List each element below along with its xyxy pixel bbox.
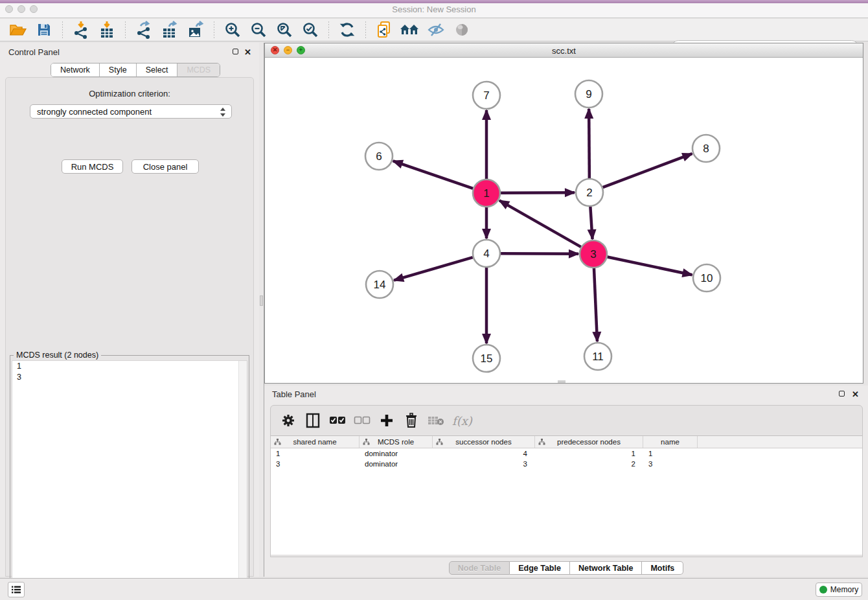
criterion-select[interactable]: strongly connected component xyxy=(30,104,232,119)
import-table-icon[interactable] xyxy=(97,20,117,40)
close-panel-icon[interactable]: ✕ xyxy=(244,48,251,56)
edge-3-11[interactable] xyxy=(594,268,597,341)
table-cell[interactable]: dominator xyxy=(360,448,433,459)
deselect-all-icon[interactable] xyxy=(352,411,372,430)
save-session-icon[interactable] xyxy=(34,20,54,40)
optimization-criterion-label: Optimization criterion: xyxy=(6,89,253,98)
delete-row-icon[interactable] xyxy=(402,411,421,430)
result-scrollbar[interactable] xyxy=(238,361,247,598)
table-cell[interactable]: 4 xyxy=(433,448,535,459)
node-7[interactable]: 7 xyxy=(473,82,500,109)
node-9[interactable]: 9 xyxy=(575,80,602,108)
network-window-titlebar[interactable]: ✕ − + scc.txt xyxy=(265,43,863,58)
edge-1-6[interactable] xyxy=(393,161,473,188)
toolbar-separator xyxy=(125,21,126,38)
new-network-from-selection-icon[interactable] xyxy=(374,20,394,40)
edge-2-3[interactable] xyxy=(590,207,592,239)
task-history-button[interactable] xyxy=(8,582,25,597)
tab-select[interactable]: Select xyxy=(137,63,178,76)
main-toolbar xyxy=(0,19,868,41)
memory-status-icon xyxy=(819,586,827,594)
toolbar-separator xyxy=(214,21,214,38)
hide-selected-icon[interactable] xyxy=(426,20,446,40)
table-cell[interactable]: 1 xyxy=(643,448,698,459)
node-8[interactable]: 8 xyxy=(692,135,720,162)
show-graphics-details-icon[interactable] xyxy=(451,20,472,40)
zoom-out-icon[interactable] xyxy=(248,20,269,40)
table-cell[interactable]: 3 xyxy=(433,459,535,469)
float-table-panel-icon[interactable] xyxy=(839,391,845,397)
table-row[interactable]: 1dominator411 xyxy=(271,448,862,459)
edge-2-8[interactable] xyxy=(603,154,692,187)
zoom-fit-icon[interactable] xyxy=(274,20,295,40)
table-panel: Table Panel ✕ xyxy=(264,386,868,577)
memory-button[interactable]: Memory xyxy=(816,583,862,597)
canvas-resize-handle[interactable] xyxy=(558,380,565,383)
network-graph[interactable]: 1234678910111415 xyxy=(265,58,863,383)
add-row-icon[interactable] xyxy=(377,411,396,430)
column-header-MCDS-role[interactable]: MCDS role xyxy=(360,436,433,448)
node-1[interactable]: 1 xyxy=(473,179,500,207)
table-cell[interactable]: 2 xyxy=(535,459,643,469)
node-4[interactable]: 4 xyxy=(473,240,500,267)
control-panel-header: Control Panel ✕ xyxy=(0,43,259,62)
tab-motifs[interactable]: Motifs xyxy=(642,561,683,575)
export-image-icon[interactable] xyxy=(185,20,206,40)
network-canvas[interactable]: 1234678910111415 xyxy=(265,58,863,383)
vertical-splitter[interactable] xyxy=(259,43,264,577)
mcds-result-legend: MCDS result (2 nodes) xyxy=(14,351,101,360)
float-panel-icon[interactable] xyxy=(233,49,238,54)
import-network-icon[interactable] xyxy=(71,20,91,40)
node-10[interactable]: 10 xyxy=(693,264,720,292)
table-cell[interactable]: dominator xyxy=(360,459,433,469)
run-mcds-button[interactable]: Run MCDS xyxy=(62,159,123,174)
mcds-result-textarea[interactable]: 13 xyxy=(12,360,247,599)
zoom-selected-icon[interactable] xyxy=(300,20,321,40)
edge-1-2[interactable] xyxy=(501,192,575,193)
task-list-icon xyxy=(11,585,21,594)
edge-4-14[interactable] xyxy=(394,257,473,280)
table-cell[interactable]: 3 xyxy=(271,459,360,469)
node-label: 14 xyxy=(374,279,386,291)
tab-network-table[interactable]: Network Table xyxy=(570,561,643,575)
edge-4-3[interactable] xyxy=(501,253,578,254)
close-panel-button[interactable]: Close panel xyxy=(131,159,199,174)
delete-table-icon[interactable] xyxy=(426,411,446,430)
table-row[interactable]: 3dominator323 xyxy=(271,459,862,469)
table-cell[interactable]: 1 xyxy=(535,448,643,459)
node-2[interactable]: 2 xyxy=(576,179,603,206)
column-browser-icon[interactable] xyxy=(303,411,323,430)
column-header-predecessor-nodes[interactable]: predecessor nodes xyxy=(535,436,643,448)
edge-3-1[interactable] xyxy=(499,200,581,247)
tab-style[interactable]: Style xyxy=(100,63,137,76)
table-settings-icon[interactable] xyxy=(279,411,298,430)
node-11[interactable]: 11 xyxy=(584,343,611,370)
cybrowser-home-icon[interactable] xyxy=(400,20,420,40)
close-table-panel-icon[interactable]: ✕ xyxy=(852,390,859,398)
zoom-in-icon[interactable] xyxy=(222,20,243,40)
table-cell[interactable]: 1 xyxy=(271,448,360,459)
export-network-icon[interactable] xyxy=(133,20,154,40)
column-header-successor-nodes[interactable]: successor nodes xyxy=(433,436,535,448)
node-6[interactable]: 6 xyxy=(365,143,393,170)
tab-mcds[interactable]: MCDS xyxy=(177,63,220,76)
node-14[interactable]: 14 xyxy=(366,271,393,298)
splitter-handle[interactable] xyxy=(260,295,263,306)
tab-node-table[interactable]: Node Table xyxy=(449,561,510,575)
edge-2-9[interactable] xyxy=(589,109,589,178)
column-header-name[interactable]: name xyxy=(643,436,698,448)
apply-layout-icon[interactable] xyxy=(337,20,358,40)
tab-edge-table[interactable]: Edge Table xyxy=(510,561,570,575)
column-header-shared-name[interactable]: shared name xyxy=(271,436,360,448)
table-cell[interactable]: 3 xyxy=(643,459,698,469)
node-label: 15 xyxy=(481,352,493,365)
open-file-icon[interactable] xyxy=(8,20,29,40)
table-panel-title: Table Panel xyxy=(272,389,316,399)
edge-3-10[interactable] xyxy=(608,257,692,275)
select-all-icon[interactable] xyxy=(328,411,347,430)
node-15[interactable]: 15 xyxy=(473,345,500,372)
node-3[interactable]: 3 xyxy=(580,240,607,268)
export-table-icon[interactable] xyxy=(159,20,180,40)
tab-network[interactable]: Network xyxy=(51,63,100,76)
function-builder-icon[interactable]: f(x) xyxy=(452,414,472,428)
